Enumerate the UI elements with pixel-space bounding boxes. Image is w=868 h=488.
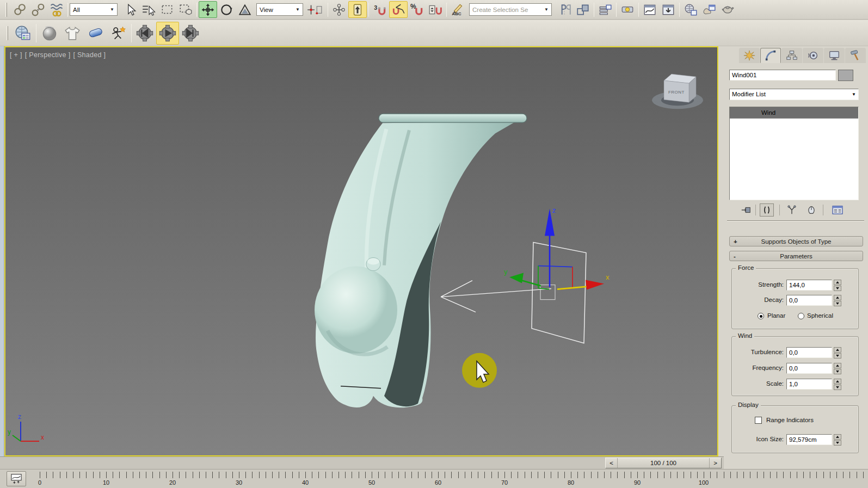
snap-toggle-3d-icon[interactable]: 3: [371, 1, 389, 18]
frame-tick-label: 100: [699, 479, 709, 486]
step-simulation-icon[interactable]: [179, 22, 202, 45]
start-simulation-icon[interactable]: [156, 22, 179, 45]
track-bar[interactable]: 0102030405060708090100: [0, 469, 868, 488]
show-end-result-icon[interactable]: [760, 203, 774, 217]
open-mini-curve-editor-button[interactable]: [7, 471, 26, 486]
ribbon-toggle-icon[interactable]: [618, 1, 637, 18]
viewport-pov-label[interactable]: [ Perspective ]: [25, 51, 71, 59]
named-selection-set-dropdown[interactable]: Create Selection Se▼: [469, 3, 552, 16]
frame-tick: [538, 472, 538, 478]
decay-field[interactable]: [786, 295, 832, 306]
layer-manager-icon[interactable]: [596, 1, 614, 18]
render-setup-icon[interactable]: [681, 1, 700, 18]
toolbar-drag-handle[interactable]: [7, 26, 8, 40]
viewport[interactable]: z x y z x y: [4, 46, 718, 456]
frame-tick: [318, 472, 319, 478]
render-production-icon[interactable]: [718, 1, 737, 18]
modifier-stack[interactable]: Wind: [729, 107, 859, 200]
rollout-supports-objects[interactable]: + Supports Objects of Type: [729, 236, 863, 246]
frame-tick: [777, 472, 777, 478]
bind-to-space-warp-icon[interactable]: [47, 1, 66, 18]
previous-frame-button[interactable]: <: [606, 458, 618, 468]
frame-ruler[interactable]: 0102030405060708090100: [32, 470, 868, 488]
pin-stack-icon[interactable]: [739, 203, 753, 217]
hanging-bar[interactable]: [379, 114, 527, 122]
scale-spinner[interactable]: [834, 379, 841, 390]
strength-spinner[interactable]: [834, 280, 841, 291]
align-icon[interactable]: [574, 1, 592, 18]
select-by-name-icon[interactable]: [139, 1, 158, 18]
sphere-under-cloth[interactable]: [315, 267, 397, 354]
frequency-field[interactable]: [786, 363, 832, 374]
range-indicators-checkbox[interactable]: [755, 417, 762, 424]
curve-editor-icon[interactable]: [641, 1, 659, 18]
frame-tick: [385, 472, 385, 478]
world-parameters-icon[interactable]: [11, 22, 34, 45]
time-slider-track[interactable]: < 100 / 100 >: [0, 456, 724, 469]
turbulence-spinner[interactable]: [834, 347, 841, 359]
selection-filter-dropdown[interactable]: All▼: [70, 3, 118, 16]
tab-display[interactable]: [824, 48, 845, 63]
viewport-menu-toggle[interactable]: [ + ]: [10, 51, 22, 59]
percent-snap-toggle-icon[interactable]: %: [408, 1, 426, 18]
frame-tick: [79, 472, 80, 478]
select-and-rotate-icon[interactable]: [217, 1, 236, 18]
frame-tick: [704, 472, 704, 478]
edit-named-selection-sets-icon[interactable]: ABC: [448, 1, 467, 18]
remove-modifier-icon[interactable]: [804, 203, 818, 217]
object-color-swatch[interactable]: [838, 70, 853, 81]
angle-snap-toggle-icon[interactable]: [389, 1, 408, 18]
frame-tick: [266, 472, 266, 478]
planar-radio[interactable]: [758, 313, 764, 319]
viewport-shading-label[interactable]: [ Shaded ]: [73, 51, 106, 59]
configure-modifier-sets-icon[interactable]: [830, 203, 845, 217]
mirror-icon[interactable]: [555, 1, 574, 18]
schematic-view-icon[interactable]: [659, 1, 678, 18]
icon-size-spinner[interactable]: [834, 434, 841, 446]
make-unique-icon[interactable]: [785, 203, 799, 217]
toolbar-drag-handle[interactable]: [5, 3, 7, 17]
object-name-field[interactable]: [729, 70, 836, 81]
time-slider-handle[interactable]: < 100 / 100 >: [605, 458, 722, 468]
selection-set-value: Create Selection Se: [472, 7, 528, 13]
icon-size-field[interactable]: [786, 434, 832, 445]
select-and-manipulate-icon[interactable]: [330, 1, 348, 18]
rectangular-selection-region-icon[interactable]: [158, 1, 176, 18]
tab-utilities[interactable]: [845, 48, 866, 63]
tab-hierarchy[interactable]: [781, 48, 802, 63]
tab-create[interactable]: [739, 48, 760, 63]
next-frame-button[interactable]: >: [709, 458, 721, 468]
select-object-icon[interactable]: [121, 1, 139, 18]
turbulence-field[interactable]: [786, 347, 832, 358]
spinner-snap-toggle-icon[interactable]: [426, 1, 445, 18]
use-pivot-point-center-icon[interactable]: [303, 1, 326, 18]
select-and-scale-icon[interactable]: [236, 1, 254, 18]
frame-tick: [299, 472, 299, 478]
reference-coordinate-system-dropdown[interactable]: View▼: [256, 3, 303, 16]
wind-gizmo[interactable]: z x y: [441, 206, 610, 343]
tab-motion[interactable]: [803, 48, 823, 63]
rollout-parameters[interactable]: - Parameters: [729, 251, 863, 261]
window-crossing-toggle-icon[interactable]: [176, 1, 195, 18]
decay-spinner[interactable]: [834, 295, 841, 306]
constraint-icon[interactable]: [84, 22, 107, 45]
frequency-spinner[interactable]: [834, 363, 841, 374]
reset-simulation-icon[interactable]: [133, 22, 156, 45]
modifier-list-dropdown[interactable]: Modifier List ▼: [729, 89, 859, 100]
spherical-radio[interactable]: [798, 313, 804, 319]
rendered-frame-window-icon[interactable]: [700, 1, 718, 18]
ragdoll-icon[interactable]: [107, 22, 130, 45]
unlink-selection-icon[interactable]: [29, 1, 47, 18]
frame-tick: [279, 472, 279, 478]
scene-canvas[interactable]: z x y z x y: [5, 47, 717, 455]
mcloth-icon[interactable]: [61, 22, 84, 45]
viewcube[interactable]: FRONT: [652, 74, 703, 109]
modifier-stack-item-wind[interactable]: Wind: [730, 107, 858, 119]
tab-modify[interactable]: [760, 48, 781, 63]
scale-field[interactable]: [786, 379, 832, 390]
strength-field[interactable]: [786, 280, 832, 291]
select-and-link-icon[interactable]: [10, 1, 29, 18]
select-and-move-icon[interactable]: [199, 1, 217, 18]
rigid-body-icon[interactable]: [38, 22, 61, 45]
keyboard-shortcut-override-icon[interactable]: [348, 1, 367, 18]
